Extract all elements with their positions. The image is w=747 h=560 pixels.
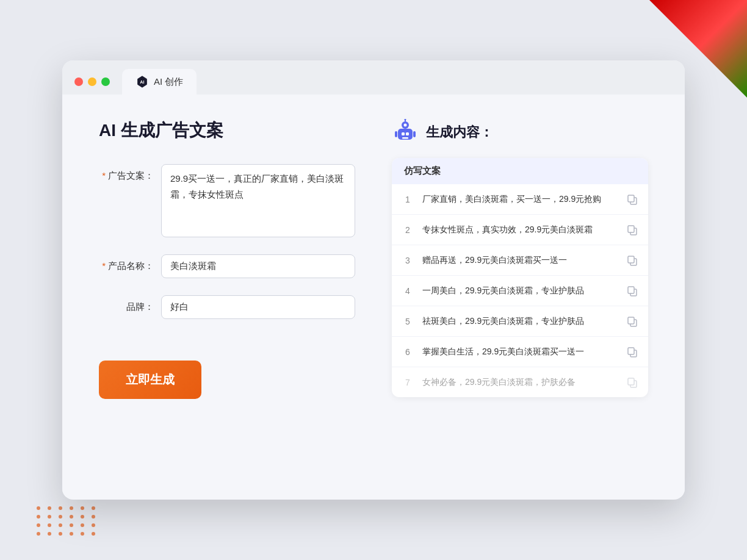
product-name-input[interactable] xyxy=(161,254,355,278)
svg-rect-24 xyxy=(628,348,634,354)
right-panel: 生成内容： 仿写文案 1 厂家直销，美白淡斑霜，买一送一，29.9元抢购 2 专… xyxy=(392,119,648,473)
table-row: 4 一周美白，29.9元美白淡斑霜，专业护肤品 xyxy=(392,276,648,306)
ad-copy-input[interactable]: 29.9买一送一，真正的厂家直销，美白淡斑霜，专抹女性斑点 xyxy=(161,164,355,237)
row-number: 5 xyxy=(402,317,414,326)
copy-icon[interactable] xyxy=(626,376,638,389)
minimize-button[interactable] xyxy=(88,77,96,86)
brand-row: 品牌： xyxy=(99,295,355,319)
table-row: 3 赠品再送，29.9元美白淡斑霜买一送一 xyxy=(392,245,648,276)
ad-copy-required-star: * xyxy=(102,170,106,181)
row-number: 7 xyxy=(402,378,414,387)
row-text: 厂家直销，美白淡斑霜，买一送一，29.9元抢购 xyxy=(422,193,618,206)
svg-point-12 xyxy=(405,119,406,121)
table-row: 1 厂家直销，美白淡斑霜，买一送一，29.9元抢购 xyxy=(392,184,648,215)
close-button[interactable] xyxy=(74,77,83,86)
copy-icon[interactable] xyxy=(626,346,638,358)
ad-copy-label: *广告文案： xyxy=(99,164,154,182)
copy-icon[interactable] xyxy=(626,315,638,328)
left-panel: AI 生成广告文案 *广告文案： 29.9买一送一，真正的厂家直销，美白淡斑霜，… xyxy=(99,119,355,473)
result-title: 生成内容： xyxy=(426,123,493,142)
product-name-label: *产品名称： xyxy=(99,254,154,272)
svg-rect-20 xyxy=(628,287,634,293)
row-text: 祛斑美白，29.9元美白淡斑霜，专业护肤品 xyxy=(422,315,618,328)
svg-rect-9 xyxy=(413,131,416,137)
browser-content: AI 生成广告文案 *广告文案： 29.9买一送一，真正的厂家直销，美白淡斑霜，… xyxy=(62,95,685,497)
svg-rect-6 xyxy=(406,132,409,135)
row-text: 专抹女性斑点，真实功效，29.9元美白淡斑霜 xyxy=(422,223,618,236)
svg-point-10 xyxy=(404,124,407,127)
product-name-required-star: * xyxy=(102,260,106,271)
svg-rect-26 xyxy=(628,378,634,385)
row-number: 3 xyxy=(402,256,414,265)
copy-icon[interactable] xyxy=(626,285,638,297)
window-controls xyxy=(74,77,110,86)
copy-icon[interactable] xyxy=(626,193,638,206)
robot-icon xyxy=(392,119,419,146)
row-number: 2 xyxy=(402,225,414,235)
browser-window: AI AI 创作 AI 生成广告文案 *广告文案： 29.9买一送一，真正的厂家… xyxy=(62,60,685,500)
tab-ai-create[interactable]: AI AI 创作 xyxy=(122,69,197,95)
row-number: 4 xyxy=(402,286,414,296)
maximize-button[interactable] xyxy=(101,77,110,86)
ad-copy-row: *广告文案： 29.9买一送一，真正的厂家直销，美白淡斑霜，专抹女性斑点 xyxy=(99,164,355,237)
decorative-dots xyxy=(37,506,98,536)
result-table-header: 仿写文案 xyxy=(392,158,648,184)
svg-rect-14 xyxy=(628,195,634,202)
copy-icon[interactable] xyxy=(626,254,638,267)
table-row: 5 祛斑美白，29.9元美白淡斑霜，专业护肤品 xyxy=(392,306,648,337)
row-number: 6 xyxy=(402,347,414,357)
svg-rect-18 xyxy=(628,256,634,263)
browser-chrome: AI AI 创作 xyxy=(62,60,685,95)
svg-rect-7 xyxy=(402,137,408,139)
svg-text:AI: AI xyxy=(140,79,144,85)
result-rows-container: 1 厂家直销，美白淡斑霜，买一送一，29.9元抢购 2 专抹女性斑点，真实功效，… xyxy=(392,184,648,397)
svg-rect-16 xyxy=(628,226,634,232)
table-row: 7 女神必备，29.9元美白淡斑霜，护肤必备 xyxy=(392,367,648,397)
product-name-row: *产品名称： xyxy=(99,254,355,278)
svg-rect-8 xyxy=(395,131,397,137)
page-title: AI 生成广告文案 xyxy=(99,119,355,142)
generate-button[interactable]: 立即生成 xyxy=(99,361,201,399)
result-header: 生成内容： xyxy=(392,119,648,146)
svg-rect-22 xyxy=(628,317,634,324)
brand-label: 品牌： xyxy=(99,295,154,313)
row-number: 1 xyxy=(402,195,414,204)
svg-rect-5 xyxy=(402,132,405,135)
result-table: 仿写文案 1 厂家直销，美白淡斑霜，买一送一，29.9元抢购 2 专抹女性斑点，… xyxy=(392,158,648,397)
brand-input[interactable] xyxy=(161,295,355,319)
ai-tab-icon: AI xyxy=(135,75,149,88)
table-row: 6 掌握美白生活，29.9元美白淡斑霜买一送一 xyxy=(392,337,648,367)
row-text: 赠品再送，29.9元美白淡斑霜买一送一 xyxy=(422,254,618,267)
copy-icon[interactable] xyxy=(626,224,638,236)
row-text: 掌握美白生活，29.9元美白淡斑霜买一送一 xyxy=(422,345,618,358)
row-text: 女神必备，29.9元美白淡斑霜，护肤必备 xyxy=(422,376,618,389)
table-row: 2 专抹女性斑点，真实功效，29.9元美白淡斑霜 xyxy=(392,215,648,245)
row-text: 一周美白，29.9元美白淡斑霜，专业护肤品 xyxy=(422,284,618,297)
tab-label: AI 创作 xyxy=(154,76,183,88)
